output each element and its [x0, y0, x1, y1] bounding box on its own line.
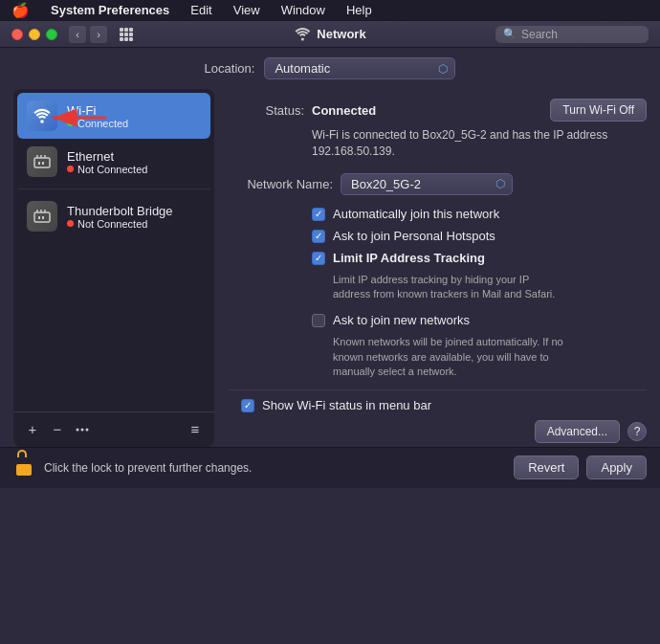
svg-rect-1 — [124, 28, 128, 32]
network-icon — [294, 26, 311, 43]
lock-shackle — [17, 450, 27, 457]
checkbox-hotspots-check[interactable]: ✓ — [312, 230, 325, 243]
location-select[interactable]: Automatic Edit Locations... — [264, 57, 455, 79]
svg-rect-2 — [129, 28, 133, 32]
add-network-button[interactable]: + — [21, 418, 44, 441]
show-wifi-row: ✓ Show Wi-Fi status in menu bar — [241, 398, 647, 412]
close-button[interactable] — [11, 29, 23, 40]
traffic-lights — [11, 29, 57, 40]
menu-edit[interactable]: Edit — [187, 3, 215, 17]
svg-point-23 — [77, 428, 79, 431]
checkbox-ip-tracking-label: Limit IP Address Tracking — [333, 251, 485, 265]
svg-rect-5 — [129, 33, 133, 36]
drag-handle-button[interactable]: ≡ — [184, 418, 207, 441]
titlebar: ‹ › Network 🔍 Search — [0, 21, 660, 48]
checkbox-ip-tracking-sub: Limit IP address tracking by hiding your… — [333, 273, 647, 302]
minimize-button[interactable] — [29, 29, 40, 40]
checkmark-ip-tracking: ✓ — [315, 254, 322, 263]
show-wifi-check[interactable]: ✓ — [241, 399, 254, 412]
checkbox-auto-join: ✓ Automatically join this network — [312, 207, 647, 221]
footer-bar: Click the lock to prevent further change… — [0, 447, 660, 488]
ethernet-item-text: Ethernet Not Connected — [67, 149, 147, 175]
detail-panel: Status: Connected Turn Wi-Fi Off Wi-Fi i… — [228, 89, 647, 447]
checkbox-auto-join-label: Automatically join this network — [333, 207, 499, 221]
svg-point-24 — [81, 428, 84, 431]
maximize-button[interactable] — [46, 29, 57, 40]
main-layout: Wi-Fi Connected — [0, 89, 660, 447]
checkbox-hotspots: ✓ Ask to join Personal Hotspots — [312, 229, 647, 243]
sidebar-item-ethernet[interactable]: Ethernet Not Connected — [17, 139, 210, 185]
menubar: 🍎 System Preferences Edit View Window He… — [0, 0, 660, 21]
sidebar: Wi-Fi Connected — [13, 89, 214, 447]
sidebar-item-wifi[interactable]: Wi-Fi Connected — [17, 93, 210, 139]
search-placeholder: Search — [521, 28, 558, 41]
status-description: Wi-Fi is connected to Box20_5G-2 and has… — [312, 127, 647, 160]
checkbox-new-networks-check[interactable] — [312, 314, 325, 327]
network-name-select[interactable]: Box20_5G-2 — [341, 173, 513, 195]
menu-window[interactable]: Window — [277, 3, 329, 17]
checkbox-auto-join-check[interactable]: ✓ — [312, 208, 325, 221]
tb-status-text: Not Connected — [77, 218, 147, 230]
checkmark-auto-join: ✓ — [315, 210, 322, 219]
content-area: Location: Automatic Edit Locations... ⬡ — [0, 48, 660, 488]
forward-button[interactable]: › — [90, 26, 107, 43]
checkboxes-area: ✓ Automatically join this network ✓ Ask … — [312, 207, 647, 380]
ethernet-item-status: Not Connected — [67, 164, 147, 175]
tb-item-text: Thunderbolt Bridge Not Connected — [67, 204, 173, 230]
tb-item-status: Not Connected — [67, 218, 173, 230]
svg-point-10 — [40, 120, 44, 123]
footer-lock-text: Click the lock to prevent further change… — [44, 461, 504, 475]
turn-wifi-button[interactable]: Turn Wi-Fi Off — [550, 99, 647, 122]
network-name-row: Network Name: Box20_5G-2 ⬡ — [228, 173, 647, 195]
checkbox-ip-tracking-check[interactable]: ✓ — [312, 252, 325, 265]
back-button[interactable]: ‹ — [69, 26, 86, 43]
sidebar-item-thunderbolt[interactable]: Thunderbolt Bridge Not Connected — [17, 193, 210, 239]
network-name-select-wrapper: Box20_5G-2 ⬡ — [341, 173, 513, 195]
menu-view[interactable]: View — [230, 3, 264, 17]
advanced-button[interactable]: Advanced... — [535, 420, 620, 443]
svg-rect-0 — [120, 28, 123, 32]
svg-rect-22 — [42, 216, 44, 219]
wifi-item-status: Connected — [67, 118, 128, 129]
wifi-status-dot — [67, 120, 74, 126]
apple-menu[interactable]: 🍎 — [8, 2, 33, 19]
revert-button[interactable]: Revert — [514, 455, 579, 479]
thunderbolt-icon — [27, 201, 57, 232]
title-text: Network — [317, 27, 365, 41]
svg-rect-7 — [124, 37, 128, 41]
bottom-section: ✓ Show Wi-Fi status in menu bar Advanced… — [228, 389, 647, 447]
checkbox-new-networks-label: Ask to join new networks — [333, 313, 470, 327]
svg-rect-3 — [120, 33, 123, 36]
menu-system-preferences[interactable]: System Preferences — [47, 3, 173, 17]
ethernet-status-dot — [67, 166, 74, 172]
location-label: Location: — [205, 61, 255, 76]
ethernet-status-text: Not Connected — [77, 164, 147, 175]
sidebar-divider — [17, 189, 210, 189]
network-name-label: Network Name: — [228, 177, 333, 191]
search-icon: 🔍 — [503, 28, 517, 40]
svg-rect-4 — [124, 33, 128, 36]
remove-network-button[interactable]: − — [46, 418, 69, 441]
footer-buttons: Revert Apply — [514, 455, 647, 479]
apply-button[interactable]: Apply — [586, 455, 647, 479]
svg-rect-21 — [38, 216, 40, 219]
checkbox-new-networks-sub: Known networks will be joined automatica… — [333, 335, 647, 379]
tb-item-name: Thunderbolt Bridge — [67, 204, 173, 218]
search-box[interactable]: 🔍 Search — [495, 26, 649, 43]
grid-button[interactable] — [117, 25, 136, 44]
location-bar: Location: Automatic Edit Locations... ⬡ — [0, 48, 660, 89]
svg-rect-6 — [120, 37, 123, 41]
help-button[interactable]: ? — [627, 422, 647, 441]
checkmark-hotspots: ✓ — [315, 232, 322, 241]
ethernet-item-name: Ethernet — [67, 149, 147, 164]
lock-button[interactable] — [13, 455, 34, 480]
nav-buttons: ‹ › — [69, 26, 107, 43]
ethernet-icon — [27, 146, 57, 177]
wifi-status-text: Connected — [77, 118, 128, 129]
wifi-icon — [27, 100, 57, 131]
checkbox-new-networks: Ask to join new networks — [312, 313, 647, 327]
network-actions-button[interactable] — [71, 418, 94, 441]
menu-help[interactable]: Help — [342, 3, 376, 17]
wifi-item-name: Wi-Fi — [67, 103, 128, 118]
advanced-row: Advanced... ? — [228, 420, 647, 443]
